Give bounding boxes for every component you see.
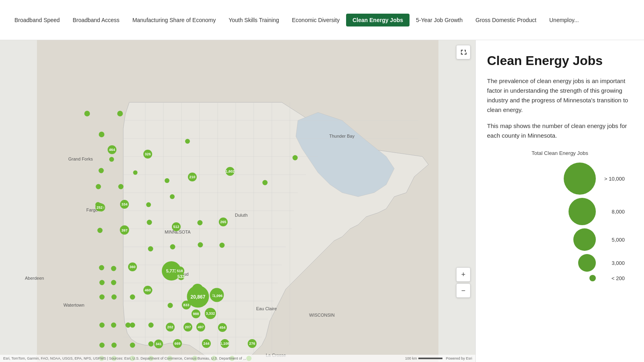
map-dot[interactable]: 210 bbox=[188, 173, 197, 181]
map-dot[interactable] bbox=[146, 202, 151, 207]
map-dot[interactable] bbox=[130, 343, 135, 348]
map-dot[interactable]: 1,108 bbox=[220, 339, 229, 348]
map-dot[interactable] bbox=[96, 184, 101, 189]
map-dot[interactable] bbox=[149, 342, 154, 347]
map-area: Grand ForksFargoAberdeenWatertownThunder… bbox=[0, 40, 475, 362]
map-dot[interactable]: 988 bbox=[192, 309, 200, 318]
map-dot[interactable] bbox=[111, 266, 116, 271]
place-label: Thunder Bay bbox=[329, 134, 355, 138]
sidebar: Clean Energy Jobs The prevalence of clea… bbox=[475, 40, 644, 362]
map-dot[interactable] bbox=[293, 155, 298, 161]
nav-item-youth-skills-training[interactable]: Youth Skills Training bbox=[222, 14, 285, 26]
nav-item-clean-energy-jobs[interactable]: Clean Energy Jobs bbox=[346, 14, 410, 26]
map-dot[interactable]: 207 bbox=[183, 323, 192, 331]
map-dot[interactable] bbox=[100, 295, 105, 300]
map-dot[interactable]: 464 bbox=[108, 145, 116, 154]
legend-label: 3,000 bbox=[601, 260, 625, 266]
map-dot[interactable] bbox=[112, 343, 117, 348]
place-label: Eau Claire bbox=[256, 306, 277, 311]
map-dot[interactable] bbox=[147, 220, 152, 225]
powered-by: Powered by Esri bbox=[446, 356, 472, 360]
map-reset-button[interactable] bbox=[456, 45, 471, 59]
map-dot[interactable] bbox=[99, 132, 104, 137]
map-dot[interactable] bbox=[99, 168, 104, 173]
nav-item-unemploy...[interactable]: Unemploy... bbox=[543, 14, 585, 26]
place-label: Aberdeen bbox=[25, 276, 44, 281]
map-dot[interactable] bbox=[100, 323, 105, 328]
map-dot[interactable] bbox=[170, 244, 175, 250]
sidebar-title: Clean Energy Jobs bbox=[487, 53, 633, 68]
legend-row: 5,000 bbox=[573, 228, 625, 251]
map-zoom-controls: + − bbox=[456, 267, 471, 298]
map-dot[interactable]: 334 bbox=[120, 200, 129, 209]
map-dot[interactable]: 202 bbox=[166, 323, 175, 331]
map-dot[interactable] bbox=[117, 111, 123, 116]
nav-item-broadband-speed[interactable]: Broadband Speed bbox=[8, 14, 66, 26]
legend-row: 8,000 bbox=[569, 198, 625, 225]
map-dot[interactable] bbox=[112, 295, 117, 300]
legend-items: > 10,0008,0005,0003,000< 200 bbox=[487, 163, 633, 285]
map-dot[interactable] bbox=[118, 184, 124, 189]
legend-title: Total Clean Energy Jobs bbox=[487, 150, 633, 156]
map-dot[interactable] bbox=[98, 228, 103, 233]
map-dot[interactable]: 276 bbox=[248, 339, 257, 348]
legend-row: < 200 bbox=[589, 275, 625, 281]
map-dot[interactable] bbox=[263, 180, 268, 185]
map-dot[interactable] bbox=[185, 139, 190, 144]
place-label: Grand Forks bbox=[68, 157, 93, 161]
map-dot[interactable]: 341 bbox=[154, 340, 163, 348]
map-dot[interactable] bbox=[149, 323, 154, 328]
map-dot[interactable]: 533 bbox=[177, 273, 185, 280]
map-dot[interactable]: 397 bbox=[120, 226, 129, 235]
place-label: Duluth bbox=[235, 213, 248, 218]
map-dot[interactable] bbox=[111, 280, 116, 285]
map-dot[interactable] bbox=[109, 157, 114, 162]
map-dot[interactable] bbox=[170, 194, 175, 199]
legend-row: 3,000 bbox=[578, 254, 625, 272]
map-dot[interactable] bbox=[133, 171, 138, 175]
map-dot[interactable]: 360 bbox=[128, 262, 137, 271]
map-dot[interactable] bbox=[148, 246, 153, 252]
map-dot[interactable]: 460 bbox=[143, 286, 152, 295]
legend-row: > 10,000 bbox=[564, 163, 625, 195]
map-dot[interactable]: 244 bbox=[202, 339, 211, 348]
legend-label: 8,000 bbox=[601, 209, 625, 215]
map-svg bbox=[0, 40, 475, 362]
map-dot[interactable]: 252 bbox=[96, 203, 104, 212]
navigation: Broadband SpeedBroadband AccessManufactu… bbox=[0, 0, 644, 40]
map-dot[interactable] bbox=[165, 178, 169, 183]
map-dot[interactable] bbox=[220, 243, 225, 248]
map-dot[interactable]: 669 bbox=[173, 339, 182, 348]
map-dot[interactable] bbox=[100, 280, 105, 285]
map-dot[interactable] bbox=[111, 323, 116, 328]
legend: Total Clean Energy Jobs > 10,0008,0005,0… bbox=[487, 150, 633, 285]
sidebar-desc-2: This map shows the number of clean energ… bbox=[487, 121, 633, 140]
map-dot[interactable] bbox=[130, 323, 135, 328]
map-dot[interactable] bbox=[130, 295, 135, 300]
map-dot[interactable]: 497 bbox=[196, 323, 205, 331]
map-dot[interactable] bbox=[99, 265, 104, 270]
nav-item-gross-domestic-product[interactable]: Gross Domestic Product bbox=[469, 14, 543, 26]
nav-item-manufacturing-share-of-economy[interactable]: Manufacturing Share of Economy bbox=[126, 14, 222, 26]
map-dot[interactable] bbox=[168, 303, 173, 308]
map-dot[interactable] bbox=[84, 111, 90, 116]
main-content: Grand ForksFargoAberdeenWatertownThunder… bbox=[0, 40, 644, 362]
nav-item-economic-diversity[interactable]: Economic Diversity bbox=[285, 14, 346, 26]
map-dot[interactable]: 833 bbox=[182, 301, 191, 309]
map-dot[interactable]: 326 bbox=[143, 150, 152, 159]
map-dot[interactable]: 454 bbox=[218, 323, 227, 332]
zoom-out-button[interactable]: − bbox=[456, 283, 471, 298]
zoom-in-button[interactable]: + bbox=[456, 267, 471, 282]
map-dot[interactable]: 1,096 bbox=[214, 291, 223, 300]
map-dot[interactable]: 3,332 bbox=[205, 308, 216, 319]
map-dot[interactable] bbox=[198, 242, 203, 248]
map-dot[interactable] bbox=[198, 220, 203, 226]
place-label: Watertown bbox=[63, 303, 84, 307]
map-dot[interactable] bbox=[100, 343, 105, 348]
map-dot[interactable]: 1,602 bbox=[226, 167, 234, 176]
nav-item-broadband-access[interactable]: Broadband Access bbox=[66, 14, 126, 26]
map-dot[interactable]: 512 bbox=[172, 222, 181, 231]
scale-bar: 100 km bbox=[405, 356, 443, 360]
map-dot[interactable]: 265 bbox=[219, 218, 228, 226]
nav-item-5-year-job-growth[interactable]: 5-Year Job Growth bbox=[410, 14, 469, 26]
